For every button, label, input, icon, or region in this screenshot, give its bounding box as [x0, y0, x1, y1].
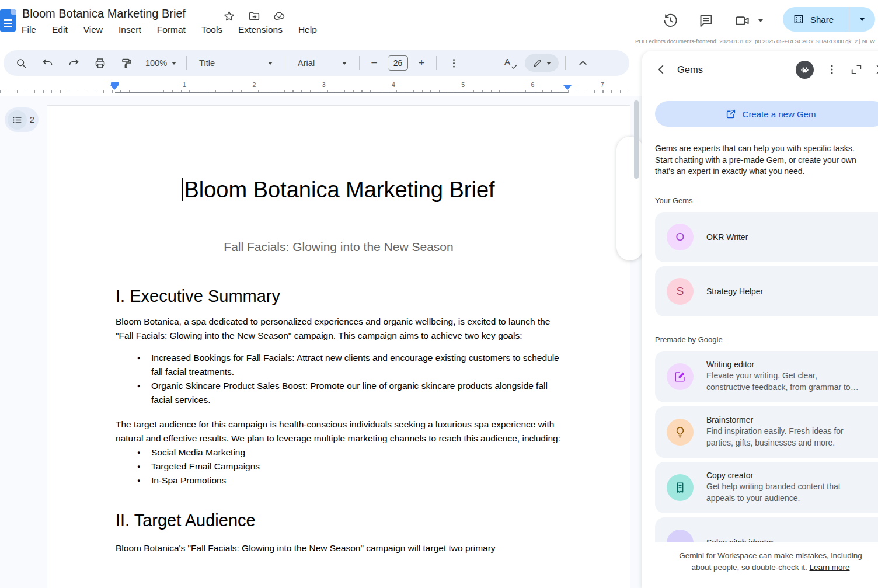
doc-paragraph: Bloom Botanica, a spa dedicated to perso… [116, 315, 562, 343]
close-panel-icon[interactable] [874, 63, 878, 76]
doc-bullet-list: Increased Bookings for Fall Facials: Att… [116, 351, 562, 407]
doc-paragraph: The target audience for this campaign is… [116, 417, 562, 446]
ruler-number: 6 [531, 81, 535, 88]
disclaimer-line: Gemini for Workspace can make mistakes, … [642, 550, 878, 562]
ruler-number: 2 [252, 81, 256, 88]
description-line: Start chatting with a pre-made Gem, or c… [655, 155, 878, 166]
redo-icon[interactable] [63, 54, 84, 72]
open-in-new-icon [726, 109, 736, 119]
document-title[interactable]: Bloom Botanica Marketing Brief [22, 7, 186, 20]
your-gems-label: Your Gems [655, 196, 878, 205]
decrease-font-size-button[interactable]: − [366, 57, 382, 69]
bullet-item: Increased Bookings for Fall Facials: Att… [151, 351, 562, 379]
description-line: parties, gifts, businesses and more. [706, 437, 844, 449]
video-call-icon[interactable] [734, 13, 750, 29]
more-options-icon[interactable] [443, 54, 464, 72]
zoom-value: 100% [145, 58, 167, 68]
version-history-icon[interactable] [663, 13, 678, 29]
gem-description: Find inspiration easily. Fresh ideas for… [706, 426, 844, 448]
doc-bullet-list: Social Media MarketingTargeted Email Cam… [116, 446, 562, 488]
star-icon[interactable] [223, 10, 235, 22]
gemini-disclaimer: Gemini for Workspace can make mistakes, … [642, 542, 878, 588]
left-indent-marker[interactable] [110, 85, 119, 90]
menu-item[interactable]: Tools [201, 25, 222, 35]
gems-header: Gems [642, 58, 878, 81]
description-line: constructive feedback, from grammar to… [706, 382, 859, 394]
vertical-scrollbar[interactable] [634, 100, 639, 179]
gem-description: Get help writing branded content thatapp… [706, 481, 841, 504]
document-tabs-badge[interactable]: 2 [5, 107, 39, 132]
font-size-input[interactable]: 26 [388, 55, 408, 71]
premade-by-google-label: Premade by Google [655, 335, 878, 344]
expand-panel-icon[interactable] [850, 63, 863, 76]
menu-item[interactable]: Edit [52, 25, 68, 35]
menu-item[interactable]: Extensions [238, 25, 283, 35]
your-gems-list: O OKR Writer S Strategy Helper [655, 212, 878, 316]
paragraph-style-select[interactable]: Title [193, 58, 278, 68]
menu-item[interactable]: View [83, 25, 103, 35]
collapse-toolbar-icon[interactable] [572, 54, 593, 72]
doc-heading-exec-summary: I. Executive Summary [116, 286, 562, 307]
gem-name: Strategy Helper [706, 287, 763, 296]
gem-card[interactable]: S Strategy Helper [655, 266, 878, 316]
search-menus-icon[interactable] [11, 54, 32, 72]
gems-panel-title: Gems [677, 64, 796, 75]
share-label: Share [810, 15, 834, 25]
outline-list-icon [8, 110, 27, 130]
tab-count: 2 [30, 115, 34, 124]
document-page[interactable]: Bloom Botanica Marketing Brief Fall Faci… [47, 105, 630, 588]
menu-bar: FileEditViewInsertFormatToolsExtensionsH… [22, 25, 317, 35]
gem-icon [667, 474, 694, 501]
gem-card[interactable]: Writing editor Elevate your writing. Get… [655, 351, 878, 402]
move-to-folder-icon[interactable] [248, 10, 260, 22]
learn-more-link[interactable]: Learn more [809, 563, 849, 572]
paw-icon[interactable] [796, 61, 814, 79]
premade-gems-list: Writing editor Elevate your writing. Get… [655, 351, 878, 569]
side-panel-handle[interactable] [616, 137, 643, 260]
font-value: Arial [298, 58, 315, 68]
gem-description: Elevate your writing. Get clear,construc… [706, 370, 859, 393]
menu-item[interactable]: Insert [119, 25, 141, 35]
share-dropdown[interactable] [849, 18, 875, 21]
ruler-number: 4 [392, 81, 395, 88]
ruler-number: 7 [601, 81, 604, 88]
comments-icon[interactable] [698, 13, 714, 29]
pen-tool-button[interactable] [525, 54, 559, 72]
cloud-saved-icon[interactable] [273, 10, 285, 22]
toolbar: 100% Title Arial − 26 + A [4, 50, 629, 76]
print-icon[interactable] [89, 54, 110, 72]
menu-item[interactable]: File [22, 25, 36, 35]
build-debug-text: POD editors.documents-frontend_20250131.… [635, 38, 878, 44]
gem-avatar: O [667, 224, 694, 250]
font-select[interactable]: Arial [292, 58, 353, 68]
back-icon[interactable] [655, 63, 668, 76]
ruler-number: 1 [183, 81, 186, 88]
right-indent-marker[interactable] [563, 85, 572, 90]
gem-card[interactable]: Copy creator Get help writing branded co… [655, 462, 878, 513]
google-docs-logo-icon[interactable] [0, 9, 16, 32]
menu-item[interactable]: Format [157, 25, 186, 35]
pen-dropdown-caret[interactable] [546, 62, 551, 65]
gem-name: Writing editor [706, 360, 859, 369]
gem-card[interactable]: Brainstormer Find inspiration easily. Fr… [655, 406, 878, 458]
undo-icon[interactable] [37, 54, 58, 72]
doc-heading-title: Bloom Botanica Marketing Brief [116, 176, 562, 204]
gem-icon [667, 419, 694, 446]
paint-format-icon[interactable] [116, 54, 137, 72]
gems-description: Gems are experts that can help you with … [655, 143, 878, 178]
ruler-number: 3 [322, 81, 326, 88]
zoom-control[interactable]: 100% [142, 58, 180, 68]
menu-item[interactable]: Help [298, 25, 317, 35]
create-new-gem-button[interactable]: Create a new Gem [655, 101, 878, 127]
gem-card[interactable]: O OKR Writer [655, 212, 878, 262]
increase-font-size-button[interactable]: + [413, 57, 430, 69]
topbar: Bloom Botanica Marketing Brief FileEditV… [0, 0, 878, 49]
bullet-item: Organic Skincare Product Sales Boost: Pr… [151, 379, 562, 407]
share-button[interactable]: Share [783, 7, 875, 32]
bullet-item: Social Media Marketing [151, 446, 562, 460]
domain-lock-icon [793, 13, 804, 25]
disclaimer-line: about people, so double-check it. Learn … [642, 562, 878, 573]
video-call-dropdown-caret[interactable] [758, 19, 763, 22]
spelling-check-icon[interactable]: A [500, 54, 520, 72]
panel-more-options-icon[interactable] [825, 63, 838, 76]
